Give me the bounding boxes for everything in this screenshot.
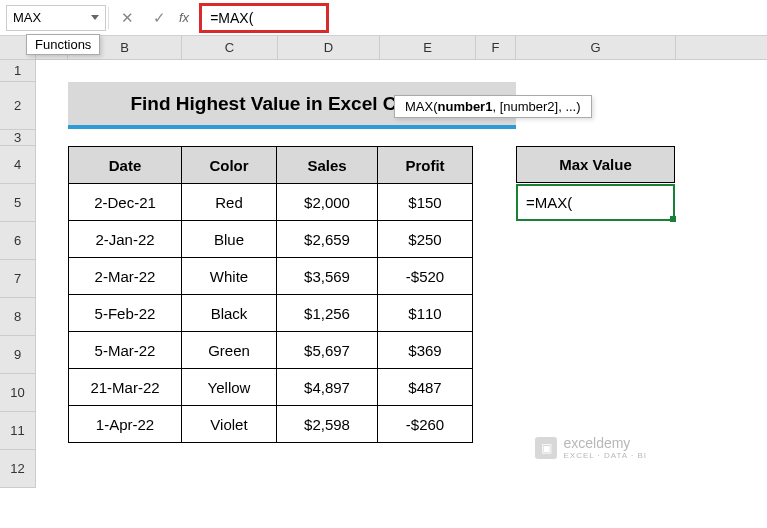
row-header[interactable]: 4 bbox=[0, 146, 36, 184]
fill-handle[interactable] bbox=[670, 216, 676, 222]
header-profit[interactable]: Profit bbox=[378, 147, 473, 184]
table-header-row: Date Color Sales Profit bbox=[69, 147, 473, 184]
active-cell-text: =MAX( bbox=[526, 194, 572, 211]
hint-prefix: MAX( bbox=[405, 99, 438, 114]
watermark-sub: EXCEL · DATA · BI bbox=[563, 451, 647, 460]
row-header[interactable]: 3 bbox=[0, 130, 36, 146]
row-header[interactable]: 10 bbox=[0, 374, 36, 412]
header-sales[interactable]: Sales bbox=[277, 147, 378, 184]
row-header[interactable]: 12 bbox=[0, 450, 36, 488]
spreadsheet-grid: A B C D E F G 1 2 3 4 5 6 7 8 9 10 11 12… bbox=[0, 36, 767, 488]
watermark: ▣ exceldemy EXCEL · DATA · BI bbox=[535, 435, 647, 460]
row-header[interactable]: 2 bbox=[0, 82, 36, 130]
cancel-icon[interactable]: ✕ bbox=[111, 5, 143, 31]
active-cell-g5[interactable]: =MAX( bbox=[516, 184, 675, 221]
formula-input[interactable]: =MAX( bbox=[199, 3, 329, 33]
row-header[interactable]: 1 bbox=[0, 60, 36, 82]
row-header[interactable]: 11 bbox=[0, 412, 36, 450]
col-header-d[interactable]: D bbox=[278, 36, 380, 59]
function-hint-tooltip[interactable]: MAX(number1, [number2], ...) bbox=[394, 95, 592, 118]
row-header[interactable]: 6 bbox=[0, 222, 36, 260]
table-row: 2-Mar-22White$3,569-$520 bbox=[69, 258, 473, 295]
col-header-e[interactable]: E bbox=[380, 36, 476, 59]
data-table: Date Color Sales Profit 2-Dec-21Red$2,00… bbox=[68, 146, 473, 443]
functions-tooltip: Functions bbox=[26, 34, 100, 55]
fx-icon[interactable]: fx bbox=[179, 10, 189, 25]
table-row: 2-Jan-22Blue$2,659$250 bbox=[69, 221, 473, 258]
watermark-logo-icon: ▣ bbox=[535, 437, 557, 459]
col-header-c[interactable]: C bbox=[182, 36, 278, 59]
formula-text: =MAX( bbox=[210, 10, 253, 26]
max-value-header[interactable]: Max Value bbox=[516, 146, 675, 183]
row-header[interactable]: 8 bbox=[0, 298, 36, 336]
watermark-text: exceldemy bbox=[563, 435, 630, 451]
row-headers: 1 2 3 4 5 6 7 8 9 10 11 12 bbox=[0, 60, 36, 488]
chevron-down-icon[interactable] bbox=[91, 15, 99, 20]
table-row: 1-Apr-22Violet$2,598-$260 bbox=[69, 406, 473, 443]
col-header-f[interactable]: F bbox=[476, 36, 516, 59]
col-header-g[interactable]: G bbox=[516, 36, 676, 59]
name-box-value: MAX bbox=[13, 10, 41, 25]
table-row: 5-Feb-22Black$1,256$110 bbox=[69, 295, 473, 332]
separator bbox=[108, 7, 109, 29]
hint-suffix: , [number2], ...) bbox=[492, 99, 580, 114]
table-row: 21-Mar-22Yellow$4,897$487 bbox=[69, 369, 473, 406]
row-header[interactable]: 9 bbox=[0, 336, 36, 374]
hint-bold: number1 bbox=[438, 99, 493, 114]
header-date[interactable]: Date bbox=[69, 147, 182, 184]
name-box[interactable]: MAX bbox=[6, 5, 106, 31]
row-header[interactable]: 5 bbox=[0, 184, 36, 222]
header-color[interactable]: Color bbox=[182, 147, 277, 184]
cells-area[interactable]: MAX(number1, [number2], ...) Find Highes… bbox=[36, 60, 767, 488]
row-header[interactable]: 7 bbox=[0, 260, 36, 298]
column-headers-row: A B C D E F G bbox=[0, 36, 767, 60]
formula-bar: MAX ✕ ✓ fx =MAX( bbox=[0, 0, 767, 36]
table-row: 2-Dec-21Red$2,000$150 bbox=[69, 184, 473, 221]
table-row: 5-Mar-22Green$5,697$369 bbox=[69, 332, 473, 369]
enter-icon[interactable]: ✓ bbox=[143, 5, 175, 31]
